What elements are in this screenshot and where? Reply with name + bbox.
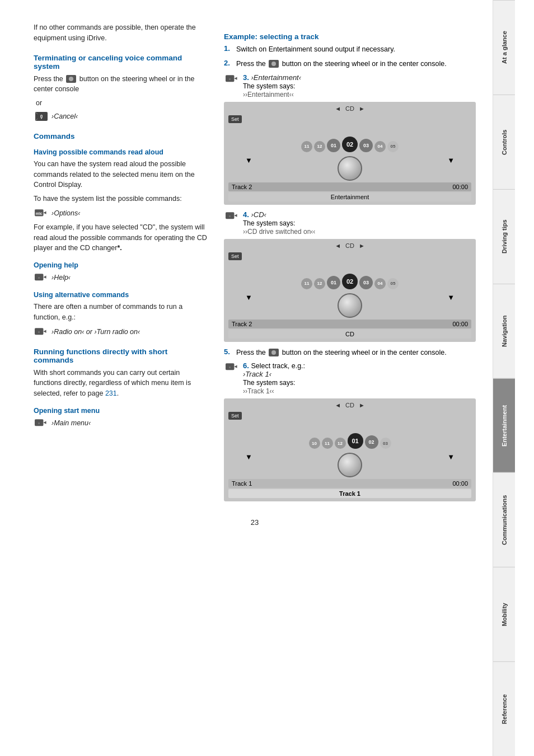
step-1-num: 1. (224, 44, 236, 53)
main-menu-command: ≡ ›Main menu‹ (34, 417, 207, 429)
page-num-text: 23 (251, 518, 259, 527)
svg-text:≡: ≡ (229, 365, 231, 369)
step4-cmd: ›CD‹ (251, 210, 266, 219)
step5-before: Press the (236, 349, 266, 356)
cd-dial-2 (338, 293, 362, 318)
step-2-num: 2. (224, 59, 236, 67)
cd-bottom-label-3: Track 1 (228, 489, 471, 498)
step-5: 5. Press the button on the steering whee… (224, 348, 476, 358)
cd-scroll-3: ▼ ▼ (228, 453, 471, 477)
track-02-3: 02 (365, 435, 378, 449)
step4-content: 4. ›CD‹ The system says: ››CD drive swit… (243, 210, 315, 236)
cd-tracks-1: 11 12 01 02 03 04 05 (231, 137, 469, 154)
page-ref-link[interactable]: 231 (105, 389, 117, 397)
options-cmd-text: ›Options‹ (51, 209, 80, 217)
step-6-num: 6. (243, 361, 249, 370)
tab-label-3: Navigation (501, 315, 508, 346)
start-menu-title: Opening start menu (34, 407, 207, 415)
track-01-1: 01 (327, 139, 340, 152)
cd-scroll-2: ▼ ▼ (228, 293, 471, 318)
sidebar-tab-reference[interactable]: Reference (493, 661, 515, 756)
cancel-command: 🎙 ›Cancel‹ (34, 111, 207, 122)
track-03-1: 03 (359, 139, 373, 152)
sidebar-tab-entertainment[interactable]: Entertainment (493, 378, 515, 473)
short-commands-title: Running functions directly with short co… (34, 348, 207, 364)
bold-star: *. (117, 244, 121, 252)
scroll-down-6: ▼ (447, 453, 455, 477)
svg-marker-19 (234, 77, 237, 79)
opening-help-title: Opening help (34, 261, 207, 269)
cd-tracks-2: 11 12 01 02 03 04 05 (231, 274, 469, 292)
cd-tracks-3: 10 11 12 01 02 03 (231, 433, 469, 451)
step5-button-icon (269, 349, 279, 356)
svg-text:≡: ≡ (38, 330, 40, 333)
main-menu-cmd-text: ›Main menu‹ (51, 419, 91, 427)
cd-header-3: ◄ CD ► (228, 402, 471, 408)
svg-marker-25 (234, 365, 237, 368)
sidebar-tab-navigation[interactable]: Navigation (493, 284, 515, 378)
step2-button-icon (269, 60, 279, 68)
svg-text:≡: ≡ (38, 211, 40, 214)
steering-wheel-button-icon (66, 75, 76, 83)
track-03-2: 03 (359, 276, 373, 289)
cd-bottom-label-1: Entertainment (228, 192, 471, 201)
voice-icon-radio: ≡ (34, 326, 49, 337)
cancel-cmd-text: ›Cancel‹ (51, 112, 78, 120)
track-11-1: 11 (301, 141, 312, 152)
para-text-before: Press the (34, 75, 63, 83)
tab-label-2: Driving tips (501, 219, 508, 253)
track-12-2: 12 (314, 278, 325, 289)
sidebar-tab-communications[interactable]: Communications (493, 472, 515, 567)
two-col-layout: If no other commands are possible, then … (34, 22, 476, 507)
cd-footer-2: Track 2 00:00 (228, 320, 471, 328)
cd-footer-3: Track 1 00:00 (228, 479, 471, 488)
track-04-1: 04 (374, 141, 386, 152)
having-commands-para1: You can have the system read aloud the p… (34, 159, 207, 190)
footer-track-2: Track 2 (232, 321, 252, 327)
sidebar-tab-driving-tips[interactable]: Driving tips (493, 189, 515, 284)
step-3: ≡ 3. ›Entertainment‹ The system says: ››… (224, 73, 476, 98)
alternative-commands-para: There are often a number of commands to … (34, 302, 207, 323)
footer-time-1: 00:00 (452, 184, 468, 190)
track-04-2: 04 (374, 278, 386, 289)
step6-content: 6. Select track, e.g.: ›Track 1‹ The sys… (243, 361, 305, 395)
para-end: . (117, 389, 119, 397)
cd-header-1: ◄ CD ► (228, 105, 471, 112)
svg-marker-22 (234, 214, 237, 217)
track-01-2: 01 (327, 276, 340, 289)
sidebar-tab-controls[interactable]: Controls (493, 95, 515, 189)
step6-voice-icon: ≡ (224, 361, 241, 373)
main-content: If no other commands are possible, then … (0, 0, 493, 756)
footer-track-1: Track 2 (232, 184, 252, 190)
cd-label-2: CD (345, 242, 354, 249)
commands-title: Commands (34, 132, 207, 140)
help-cmd-text: ›Help‹ (51, 274, 71, 281)
svg-marker-7 (43, 211, 46, 214)
sidebar-tab-mobility[interactable]: Mobility (493, 567, 515, 661)
cd-body-1: Set 11 12 01 02 03 04 05 (228, 115, 471, 154)
cd-arrow-right-2: ► (359, 242, 365, 249)
step2-after: button on the steering wheel or in the c… (282, 60, 447, 68)
scroll-down-4: ▼ (447, 293, 455, 318)
tab-label-4: Entertainment (501, 405, 508, 446)
step-5-text: Press the button on the steering wheel o… (236, 348, 447, 358)
step-1: 1. Switch on Entertainment sound output … (224, 44, 476, 55)
terminating-title: Terminating or canceling voice command s… (34, 54, 207, 71)
track-05-2: 05 (387, 278, 399, 289)
having-commands-para3: For example, if you have selected "CD", … (34, 222, 207, 253)
track-11-3: 11 (322, 438, 333, 449)
scroll-down-2: ▼ (447, 156, 455, 181)
track-11-2: 11 (301, 278, 312, 289)
voice-icon-options: mic ≡ (34, 208, 49, 219)
set-btn-2: Set (228, 252, 242, 260)
sidebar-tab-at-a-glance[interactable]: At a glance (493, 0, 515, 95)
track-02-1: 02 (342, 137, 358, 152)
page-container: If no other commands are possible, then … (0, 0, 534, 756)
right-sidebar: At a glance Controls Driving tips Naviga… (493, 0, 515, 756)
voice-icon-help: ≡ (34, 272, 49, 283)
svg-text:≡: ≡ (229, 77, 231, 80)
footer-track-3: Track 1 (232, 480, 252, 487)
options-command: mic ≡ ›Options‹ (34, 208, 207, 219)
step-6: ≡ 6. Select track, e.g.: ›Track 1‹ The s… (224, 361, 476, 395)
help-command: ≡ ›Help‹ (34, 272, 207, 283)
